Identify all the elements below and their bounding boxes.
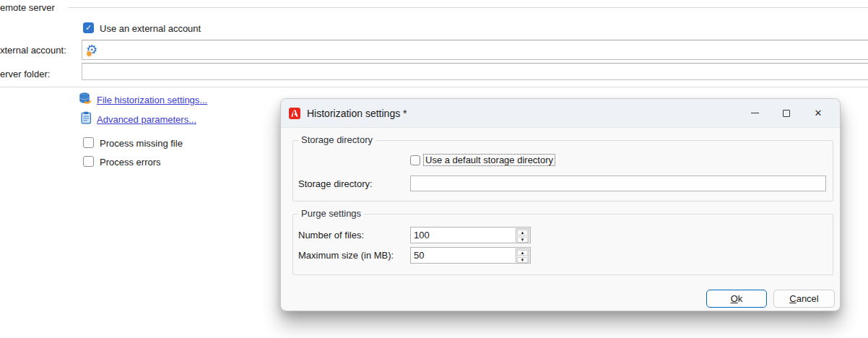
maximize-button[interactable] [771,99,802,127]
historization-settings-dialog: Historization settings * ✕ Storage direc… [280,98,841,311]
external-account-gear-icon: ⚙ [86,43,100,57]
ok-button[interactable]: Ok [706,290,767,308]
clipboard-icon [80,111,92,124]
window-controls: ✕ [739,99,834,127]
process-missing-file-label: Process missing file [100,138,183,149]
maximum-size-spinner: ▲ ▼ [410,247,531,264]
storage-directory-group-label: Storage directory [298,134,376,145]
advanced-parameters-link[interactable]: Advanced parameters... [97,114,196,125]
cancel-button[interactable]: Cancel [773,290,835,308]
maximum-size-label: Maximum size (in MB): [298,250,394,261]
ok-button-mnemonic: O [731,293,738,304]
remote-server-group-border [68,7,868,8]
use-external-account-checkbox[interactable]: ✓ [83,22,94,33]
spin-up-button[interactable]: ▲ [517,230,528,235]
spin-down-button[interactable]: ▼ [517,237,528,243]
spin-down-icon: ▼ [521,238,525,242]
process-errors-label: Process errors [100,157,161,168]
remote-server-group-label: emote server [0,2,55,13]
number-of-files-input[interactable] [410,227,531,243]
spin-down-icon: ▼ [521,258,525,262]
external-account-label: xternal account: [0,45,66,56]
server-folder-field[interactable] [82,63,868,80]
process-errors-checkbox[interactable] [83,156,94,167]
checkmark-icon: ✓ [85,24,92,32]
spin-down-button[interactable]: ▼ [517,257,528,263]
use-default-storage-label[interactable]: Use a default storage directory [424,155,555,165]
dialog-titlebar[interactable]: Historization settings * ✕ [281,99,840,128]
server-folder-label: erver folder: [0,69,50,79]
purge-settings-group-label: Purge settings [298,208,364,219]
file-historization-settings-link[interactable]: File historization settings... [97,95,207,105]
maximum-size-input[interactable] [410,247,531,264]
minimize-button[interactable] [739,99,771,127]
number-of-files-spinner: ▲ ▼ [410,227,531,243]
cancel-button-mnemonic: C [789,293,796,304]
close-icon: ✕ [815,108,823,118]
maximum-size-spin-buttons: ▲ ▼ [516,248,529,262]
process-missing-file-checkbox[interactable] [83,137,94,148]
spin-up-icon: ▲ [521,230,525,235]
purge-settings-group: Purge settings [292,214,833,275]
storage-directory-input[interactable] [410,176,826,191]
remote-server-group-bottom-border [0,87,868,87]
spin-up-icon: ▲ [521,251,525,255]
number-of-files-label: Number of files: [298,230,364,240]
close-button[interactable]: ✕ [802,99,834,127]
ok-button-label: k [738,293,743,304]
minimize-icon [751,113,759,113]
cancel-button-label: ancel [797,293,819,304]
use-external-account-label: Use an external account [100,23,201,34]
external-account-field[interactable]: ⚙ [82,40,868,60]
use-default-storage-checkbox[interactable] [410,155,420,165]
app-logo-icon [289,108,300,119]
dialog-title: Historization settings * [307,108,407,119]
maximize-icon [783,110,790,117]
storage-directory-group: Storage directory [292,140,833,202]
app-window: { "background_form": { "group_label": "e… [0,0,868,338]
storage-directory-label: Storage directory: [298,178,373,189]
number-of-files-spin-buttons: ▲ ▼ [516,228,529,242]
gear-globe-badge [86,51,92,57]
spin-up-button[interactable]: ▲ [517,250,528,256]
database-history-icon [79,92,92,105]
